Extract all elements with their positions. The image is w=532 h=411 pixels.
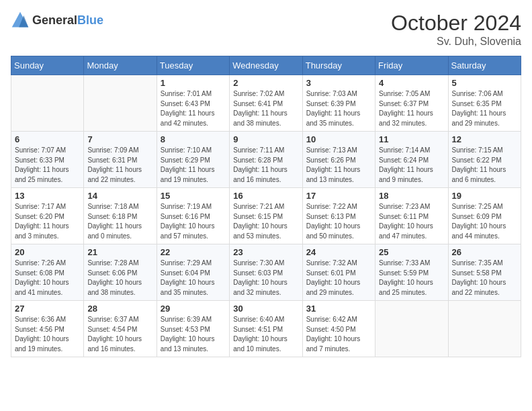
day-info: Sunrise: 7:13 AM Sunset: 6:26 PM Dayligh… xyxy=(306,146,371,185)
day-info: Sunrise: 7:18 AM Sunset: 6:18 PM Dayligh… xyxy=(87,202,152,241)
day-number: 25 xyxy=(379,247,444,257)
calendar-cell xyxy=(448,301,521,357)
day-number: 12 xyxy=(452,134,517,144)
day-info: Sunrise: 7:29 AM Sunset: 6:04 PM Dayligh… xyxy=(161,259,226,298)
weekday-header-thursday: Thursday xyxy=(302,56,375,75)
day-number: 1 xyxy=(161,78,226,88)
day-number: 15 xyxy=(161,191,226,201)
day-info: Sunrise: 7:07 AM Sunset: 6:33 PM Dayligh… xyxy=(15,146,80,185)
title-area: October 2024 Sv. Duh, Slovenia xyxy=(391,11,521,48)
calendar-table: SundayMondayTuesdayWednesdayThursdayFrid… xyxy=(11,56,521,357)
day-info: Sunrise: 6:40 AM Sunset: 4:51 PM Dayligh… xyxy=(233,315,298,354)
day-number: 23 xyxy=(233,247,298,257)
day-info: Sunrise: 7:19 AM Sunset: 6:16 PM Dayligh… xyxy=(161,202,226,241)
calendar-cell: 8Sunrise: 7:10 AM Sunset: 6:29 PM Daylig… xyxy=(157,132,229,188)
calendar-cell: 15Sunrise: 7:19 AM Sunset: 6:16 PM Dayli… xyxy=(157,188,229,244)
day-info: Sunrise: 7:01 AM Sunset: 6:43 PM Dayligh… xyxy=(161,89,226,128)
calendar-cell: 5Sunrise: 7:06 AM Sunset: 6:35 PM Daylig… xyxy=(448,75,521,132)
day-info: Sunrise: 7:23 AM Sunset: 6:11 PM Dayligh… xyxy=(379,202,444,241)
day-number: 17 xyxy=(306,191,371,201)
day-info: Sunrise: 6:42 AM Sunset: 4:50 PM Dayligh… xyxy=(306,315,371,354)
calendar-cell: 27Sunrise: 6:36 AM Sunset: 4:56 PM Dayli… xyxy=(11,301,84,357)
month-title: October 2024 xyxy=(391,11,521,36)
day-info: Sunrise: 7:10 AM Sunset: 6:29 PM Dayligh… xyxy=(161,146,226,185)
page-header: GeneralBlue October 2024 Sv. Duh, Sloven… xyxy=(11,11,521,48)
day-info: Sunrise: 6:37 AM Sunset: 4:54 PM Dayligh… xyxy=(87,315,152,354)
day-info: Sunrise: 7:06 AM Sunset: 6:35 PM Dayligh… xyxy=(452,89,517,128)
day-number: 30 xyxy=(233,304,298,314)
day-info: Sunrise: 7:30 AM Sunset: 6:03 PM Dayligh… xyxy=(233,259,298,298)
day-info: Sunrise: 6:36 AM Sunset: 4:56 PM Dayligh… xyxy=(15,315,80,354)
day-number: 10 xyxy=(306,134,371,144)
day-info: Sunrise: 7:02 AM Sunset: 6:41 PM Dayligh… xyxy=(233,89,298,128)
calendar-cell: 6Sunrise: 7:07 AM Sunset: 6:33 PM Daylig… xyxy=(11,132,84,188)
calendar-cell: 4Sunrise: 7:05 AM Sunset: 6:37 PM Daylig… xyxy=(375,75,448,132)
weekday-header-sunday: Sunday xyxy=(11,56,84,75)
day-number: 19 xyxy=(452,191,517,201)
day-number: 6 xyxy=(15,134,80,144)
day-number: 26 xyxy=(452,247,517,257)
calendar-cell: 17Sunrise: 7:22 AM Sunset: 6:13 PM Dayli… xyxy=(302,188,375,244)
day-number: 9 xyxy=(233,134,298,144)
calendar-cell: 25Sunrise: 7:33 AM Sunset: 5:59 PM Dayli… xyxy=(375,244,448,301)
day-number: 18 xyxy=(379,191,444,201)
day-info: Sunrise: 7:09 AM Sunset: 6:31 PM Dayligh… xyxy=(87,146,152,185)
calendar-cell: 7Sunrise: 7:09 AM Sunset: 6:31 PM Daylig… xyxy=(84,132,157,188)
day-number: 2 xyxy=(233,78,298,88)
weekday-header-wednesday: Wednesday xyxy=(230,56,302,75)
weekday-header-friday: Friday xyxy=(375,56,448,75)
calendar-cell: 18Sunrise: 7:23 AM Sunset: 6:11 PM Dayli… xyxy=(375,188,448,244)
day-number: 27 xyxy=(15,304,80,314)
day-info: Sunrise: 7:35 AM Sunset: 5:58 PM Dayligh… xyxy=(452,259,517,298)
calendar-cell: 30Sunrise: 6:40 AM Sunset: 4:51 PM Dayli… xyxy=(230,301,302,357)
calendar-cell: 12Sunrise: 7:15 AM Sunset: 6:22 PM Dayli… xyxy=(448,132,521,188)
day-number: 29 xyxy=(161,304,226,314)
calendar-cell: 19Sunrise: 7:25 AM Sunset: 6:09 PM Dayli… xyxy=(448,188,521,244)
day-number: 16 xyxy=(233,191,298,201)
day-info: Sunrise: 7:15 AM Sunset: 6:22 PM Dayligh… xyxy=(452,146,517,185)
calendar-cell: 21Sunrise: 7:28 AM Sunset: 6:06 PM Dayli… xyxy=(84,244,157,301)
location-title: Sv. Duh, Slovenia xyxy=(391,36,521,48)
day-number: 28 xyxy=(87,304,152,314)
calendar-cell: 11Sunrise: 7:14 AM Sunset: 6:24 PM Dayli… xyxy=(375,132,448,188)
day-number: 31 xyxy=(306,304,371,314)
day-info: Sunrise: 7:03 AM Sunset: 6:39 PM Dayligh… xyxy=(306,89,371,128)
calendar-cell: 14Sunrise: 7:18 AM Sunset: 6:18 PM Dayli… xyxy=(84,188,157,244)
calendar-cell: 10Sunrise: 7:13 AM Sunset: 6:26 PM Dayli… xyxy=(302,132,375,188)
day-number: 20 xyxy=(15,247,80,257)
day-info: Sunrise: 7:14 AM Sunset: 6:24 PM Dayligh… xyxy=(379,146,444,185)
day-info: Sunrise: 7:28 AM Sunset: 6:06 PM Dayligh… xyxy=(87,259,152,298)
calendar-cell: 2Sunrise: 7:02 AM Sunset: 6:41 PM Daylig… xyxy=(230,75,302,132)
day-info: Sunrise: 7:22 AM Sunset: 6:13 PM Dayligh… xyxy=(306,202,371,241)
calendar-cell: 20Sunrise: 7:26 AM Sunset: 6:08 PM Dayli… xyxy=(11,244,84,301)
calendar-cell: 16Sunrise: 7:21 AM Sunset: 6:15 PM Dayli… xyxy=(230,188,302,244)
calendar-cell: 26Sunrise: 7:35 AM Sunset: 5:58 PM Dayli… xyxy=(448,244,521,301)
calendar-cell: 29Sunrise: 6:39 AM Sunset: 4:53 PM Dayli… xyxy=(157,301,229,357)
week-row-4: 20Sunrise: 7:26 AM Sunset: 6:08 PM Dayli… xyxy=(11,244,521,301)
day-info: Sunrise: 6:39 AM Sunset: 4:53 PM Dayligh… xyxy=(161,315,226,354)
logo-text: GeneralBlue xyxy=(32,13,103,28)
day-info: Sunrise: 7:11 AM Sunset: 6:28 PM Dayligh… xyxy=(233,146,298,185)
weekday-header-saturday: Saturday xyxy=(448,56,521,75)
day-number: 13 xyxy=(15,191,80,201)
day-info: Sunrise: 7:17 AM Sunset: 6:20 PM Dayligh… xyxy=(15,202,80,241)
week-row-3: 13Sunrise: 7:17 AM Sunset: 6:20 PM Dayli… xyxy=(11,188,521,244)
calendar-cell: 1Sunrise: 7:01 AM Sunset: 6:43 PM Daylig… xyxy=(157,75,229,132)
week-row-5: 27Sunrise: 6:36 AM Sunset: 4:56 PM Dayli… xyxy=(11,301,521,357)
week-row-1: 1Sunrise: 7:01 AM Sunset: 6:43 PM Daylig… xyxy=(11,75,521,132)
weekday-header-monday: Monday xyxy=(84,56,157,75)
day-number: 8 xyxy=(161,134,226,144)
weekday-header-row: SundayMondayTuesdayWednesdayThursdayFrid… xyxy=(11,56,521,75)
calendar-cell: 13Sunrise: 7:17 AM Sunset: 6:20 PM Dayli… xyxy=(11,188,84,244)
day-number: 14 xyxy=(87,191,152,201)
calendar-cell xyxy=(375,301,448,357)
day-number: 22 xyxy=(161,247,226,257)
week-row-2: 6Sunrise: 7:07 AM Sunset: 6:33 PM Daylig… xyxy=(11,132,521,188)
calendar-cell: 3Sunrise: 7:03 AM Sunset: 6:39 PM Daylig… xyxy=(302,75,375,132)
day-number: 11 xyxy=(379,134,444,144)
day-number: 4 xyxy=(379,78,444,88)
calendar-cell xyxy=(11,75,84,132)
logo-icon xyxy=(11,11,30,30)
day-info: Sunrise: 7:32 AM Sunset: 6:01 PM Dayligh… xyxy=(306,259,371,298)
logo: GeneralBlue xyxy=(11,11,103,30)
